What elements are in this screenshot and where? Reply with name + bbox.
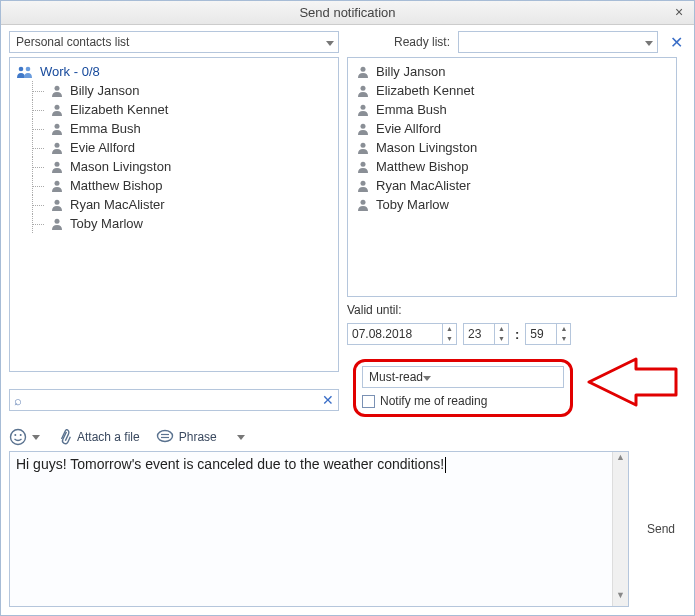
phrase-label: Phrase xyxy=(179,430,217,444)
message-textarea[interactable]: Hi guys! Tomorrow's event is canceled du… xyxy=(9,451,629,607)
emoji-button[interactable] xyxy=(9,428,40,446)
contacts-tree[interactable]: Work - 0/8 Billy JansonElizabeth KennetE… xyxy=(9,57,339,372)
chevron-down-icon xyxy=(32,435,40,440)
titlebar: Send notification × xyxy=(1,1,694,25)
person-icon xyxy=(356,103,370,117)
contacts-list-label: Personal contacts list xyxy=(16,35,129,49)
tree-contact-item[interactable]: Ryan MacAlister xyxy=(26,195,336,214)
recipient-item[interactable]: Matthew Bishop xyxy=(350,157,674,176)
svg-point-15 xyxy=(361,161,366,166)
tree-contact-item[interactable]: Elizabeth Kennet xyxy=(26,100,336,119)
svg-point-20 xyxy=(20,434,22,436)
contact-name: Matthew Bishop xyxy=(70,178,163,193)
person-icon xyxy=(50,84,64,98)
contacts-group[interactable]: Work - 0/8 xyxy=(12,62,336,81)
tree-contact-item[interactable]: Toby Marlow xyxy=(26,214,336,233)
close-icon[interactable]: × xyxy=(670,3,688,21)
ready-list-label: Ready list: xyxy=(394,35,450,49)
priority-highlight: Must-read Notify me of reading xyxy=(353,359,573,417)
svg-point-0 xyxy=(19,66,24,71)
ready-list-dropdown[interactable] xyxy=(458,31,658,53)
contact-name: Evie Allford xyxy=(70,140,135,155)
attach-file-button[interactable]: Attach a file xyxy=(56,429,140,445)
notify-reading-row[interactable]: Notify me of reading xyxy=(362,394,564,408)
svg-point-21 xyxy=(157,431,172,442)
svg-point-10 xyxy=(361,66,366,71)
recipient-name: Emma Bush xyxy=(376,102,447,117)
svg-point-9 xyxy=(55,218,60,223)
svg-point-11 xyxy=(361,85,366,90)
contacts-search[interactable]: ⌕ ✕ xyxy=(9,389,339,411)
message-text: Hi guys! Tomorrow's event is canceled du… xyxy=(16,456,444,472)
tree-contact-item[interactable]: Matthew Bishop xyxy=(26,176,336,195)
valid-hour-value: 23 xyxy=(468,327,481,341)
tree-contact-item[interactable]: Billy Janson xyxy=(26,81,336,100)
priority-value: Must-read xyxy=(369,370,423,384)
contact-name: Mason Livingston xyxy=(70,159,171,174)
scroll-down-icon[interactable]: ▼ xyxy=(613,590,628,606)
person-icon xyxy=(356,160,370,174)
tree-contact-item[interactable]: Emma Bush xyxy=(26,119,336,138)
recipient-name: Ryan MacAlister xyxy=(376,178,471,193)
person-icon xyxy=(50,103,64,117)
attach-label: Attach a file xyxy=(77,430,140,444)
priority-dropdown[interactable]: Must-read xyxy=(362,366,564,388)
contact-name: Elizabeth Kennet xyxy=(70,102,168,117)
contact-name: Emma Bush xyxy=(70,121,141,136)
scrollbar[interactable]: ▲ ▼ xyxy=(612,452,628,606)
clear-ready-list-icon[interactable]: ✕ xyxy=(666,32,686,52)
contact-name: Billy Janson xyxy=(70,83,139,98)
recipients-column: Billy JansonElizabeth KennetEmma BushEvi… xyxy=(347,57,677,372)
recipient-item[interactable]: Emma Bush xyxy=(350,100,674,119)
svg-point-6 xyxy=(55,161,60,166)
person-icon xyxy=(50,160,64,174)
svg-point-5 xyxy=(55,142,60,147)
person-icon xyxy=(50,217,64,231)
recipient-item[interactable]: Toby Marlow xyxy=(350,195,674,214)
recipient-name: Evie Allford xyxy=(376,121,441,136)
svg-point-4 xyxy=(55,123,60,128)
recipient-item[interactable]: Ryan MacAlister xyxy=(350,176,674,195)
tree-contact-item[interactable]: Evie Allford xyxy=(26,138,336,157)
person-icon xyxy=(356,65,370,79)
scroll-up-icon[interactable]: ▲ xyxy=(613,452,628,468)
hour-spinner[interactable]: ▲▼ xyxy=(494,324,508,344)
person-icon xyxy=(50,141,64,155)
phrase-icon xyxy=(156,429,174,445)
svg-point-19 xyxy=(14,434,16,436)
recipient-item[interactable]: Billy Janson xyxy=(350,62,674,81)
group-name: Work xyxy=(40,64,70,79)
recipient-item[interactable]: Elizabeth Kennet xyxy=(350,81,674,100)
valid-until-label: Valid until: xyxy=(347,303,677,317)
minute-spinner[interactable]: ▲▼ xyxy=(556,324,570,344)
notify-label: Notify me of reading xyxy=(380,394,487,408)
chevron-down-icon xyxy=(326,35,334,49)
send-label: Send xyxy=(647,522,675,536)
valid-until-minute[interactable]: 59 ▲▼ xyxy=(525,323,571,345)
person-icon xyxy=(356,141,370,155)
phrase-button[interactable]: Phrase xyxy=(156,429,245,445)
lists-row: Work - 0/8 Billy JansonElizabeth KennetE… xyxy=(1,57,694,372)
date-spinner[interactable]: ▲▼ xyxy=(442,324,456,344)
recipient-item[interactable]: Evie Allford xyxy=(350,119,674,138)
valid-until-hour[interactable]: 23 ▲▼ xyxy=(463,323,509,345)
smiley-icon xyxy=(9,428,27,446)
text-cursor xyxy=(445,457,446,473)
chevron-down-icon xyxy=(237,435,245,440)
contacts-list-dropdown[interactable]: Personal contacts list xyxy=(9,31,339,53)
recipients-list[interactable]: Billy JansonElizabeth KennetEmma BushEvi… xyxy=(347,57,677,297)
svg-point-12 xyxy=(361,104,366,109)
valid-until-date[interactable]: 07.08.2018 ▲▼ xyxy=(347,323,457,345)
send-button[interactable]: Send xyxy=(636,515,686,543)
clear-search-icon[interactable]: ✕ xyxy=(322,392,334,408)
person-icon xyxy=(50,179,64,193)
chevron-down-icon xyxy=(645,35,653,49)
recipient-name: Toby Marlow xyxy=(376,197,449,212)
recipient-item[interactable]: Mason Livingston xyxy=(350,138,674,157)
tree-contact-item[interactable]: Mason Livingston xyxy=(26,157,336,176)
recipient-name: Billy Janson xyxy=(376,64,445,79)
recipient-name: Matthew Bishop xyxy=(376,159,469,174)
notify-checkbox[interactable] xyxy=(362,395,375,408)
paperclip-icon xyxy=(56,429,72,445)
person-icon xyxy=(356,179,370,193)
